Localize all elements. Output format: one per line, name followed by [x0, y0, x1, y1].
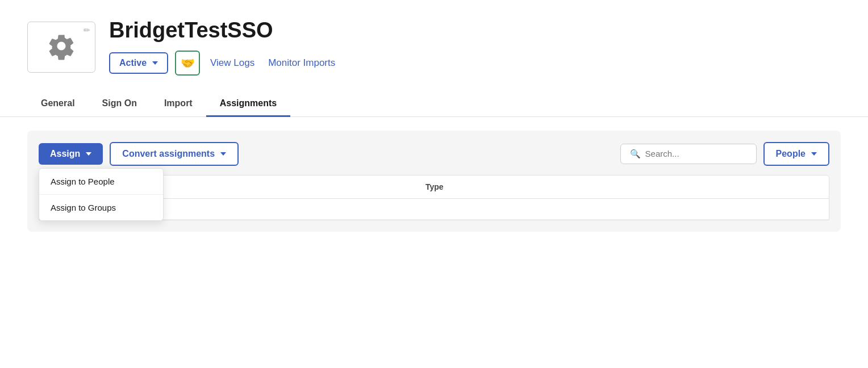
active-status-button[interactable]: Active: [109, 52, 168, 74]
chevron-down-icon: [152, 61, 158, 65]
handshake-button[interactable]: 🤝: [175, 51, 200, 76]
assign-label: Assign: [50, 149, 80, 159]
convert-chevron-icon: [220, 152, 226, 156]
search-input[interactable]: [645, 149, 747, 158]
convert-assignments-label: Convert assignments: [122, 149, 215, 159]
tab-assignments[interactable]: Assignments: [206, 91, 290, 117]
people-button[interactable]: People: [763, 142, 829, 166]
monitor-imports-button[interactable]: Monitor Imports: [265, 57, 339, 69]
assign-to-groups-item[interactable]: Assign to Groups: [39, 195, 163, 220]
tab-general[interactable]: General: [27, 91, 89, 117]
tabs-bar: General Sign On Import Assignments: [0, 91, 868, 117]
header-content: BridgetTestSSO Active 🤝 View Logs Monito…: [109, 18, 339, 76]
search-icon: 🔍: [630, 149, 641, 159]
view-logs-button[interactable]: View Logs: [207, 57, 258, 69]
edit-icon[interactable]: ✏: [84, 26, 90, 35]
app-title: BridgetTestSSO: [109, 18, 339, 43]
people-label: People: [776, 149, 806, 159]
assign-to-people-item[interactable]: Assign to People: [39, 169, 163, 195]
tab-sign-on[interactable]: Sign On: [89, 91, 151, 117]
header: ✏ BridgetTestSSO Active 🤝 View Logs Moni…: [0, 0, 868, 76]
assignments-content: Assign Assign to People Assign to Groups…: [27, 131, 841, 232]
handshake-icon: 🤝: [181, 56, 195, 70]
toolbar: Assign Assign to People Assign to Groups…: [39, 142, 829, 166]
assign-dropdown-menu: Assign to People Assign to Groups: [39, 168, 164, 221]
app-logo-box: ✏: [27, 22, 95, 73]
header-actions: Active 🤝 View Logs Monitor Imports: [109, 51, 339, 76]
gear-icon: [47, 31, 76, 63]
assign-button[interactable]: Assign: [39, 143, 103, 165]
active-label: Active: [119, 58, 147, 68]
assign-dropdown-wrapper: Assign Assign to People Assign to Groups: [39, 143, 103, 165]
search-box: 🔍: [620, 144, 757, 164]
assign-chevron-icon: [86, 152, 91, 156]
col-type-header: Type: [119, 182, 817, 191]
people-chevron-icon: [811, 152, 817, 156]
tab-import[interactable]: Import: [151, 91, 206, 117]
row-type-cell: [119, 204, 817, 214]
convert-assignments-button[interactable]: Convert assignments: [110, 142, 239, 166]
